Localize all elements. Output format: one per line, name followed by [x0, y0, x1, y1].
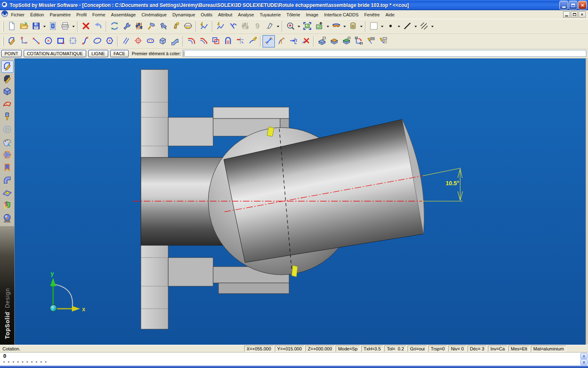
grinder-tool-button[interactable] — [182, 20, 194, 33]
menu-dition[interactable]: Édition — [27, 11, 47, 18]
menu-cin-matique[interactable]: Cinématique — [138, 11, 169, 18]
spline-handles-button[interactable] — [246, 35, 258, 47]
mdi-close-button[interactable]: × — [579, 11, 586, 18]
fillet-corner-button[interactable] — [185, 35, 197, 47]
undo-arrow-button[interactable] — [92, 20, 104, 33]
trim-extend-button[interactable] — [234, 35, 246, 47]
menu-assemblage[interactable]: Assemblage — [108, 11, 139, 18]
mode-solid-button[interactable] — [1, 86, 13, 98]
mode-sketch-button[interactable] — [1, 61, 13, 73]
command-button-face[interactable]: FACE — [110, 50, 129, 57]
viewport[interactable]: 10.5° y x z — [15, 58, 586, 345]
menu-fen-tre[interactable]: Fenêtre — [361, 11, 383, 18]
history-text[interactable]: 0 - - - - - - - - - - — [0, 352, 580, 366]
zoom-plus-button[interactable] — [284, 20, 296, 33]
bolt-section-dropdown[interactable] — [359, 20, 363, 33]
print-dropdown[interactable] — [71, 20, 76, 33]
surface-patch-button[interactable] — [169, 35, 181, 47]
view-glasses-button[interactable] — [330, 20, 342, 33]
mode-render-button[interactable] — [1, 137, 13, 149]
scroll-up-button[interactable]: ∧ — [580, 353, 588, 359]
command-button-point[interactable]: POINT — [1, 50, 22, 57]
hatch-style-button[interactable] — [418, 20, 430, 33]
sketch-contour-button[interactable] — [5, 35, 18, 47]
mdi-restore-button[interactable] — [571, 11, 578, 18]
hammer-build-button[interactable] — [145, 20, 157, 33]
angle-dimension-label[interactable]: 10.5° — [446, 180, 459, 186]
update-model-button[interactable] — [108, 20, 120, 33]
dimension-linear-button[interactable] — [263, 35, 275, 47]
bolt-section-button[interactable] — [347, 20, 359, 33]
menu-aide[interactable]: Aide — [383, 11, 397, 18]
menu-forme[interactable]: Forme — [89, 11, 108, 18]
circle-center-button[interactable] — [42, 35, 54, 47]
menu-attribut[interactable]: Attribut — [215, 11, 235, 18]
mode-sheet-flat-button[interactable] — [1, 187, 13, 200]
spline-tool-button[interactable] — [79, 35, 91, 47]
color-swatch-dropdown[interactable] — [380, 20, 384, 33]
history-scrollbar[interactable]: ∧ ∨ — [580, 352, 588, 366]
slot-profile-button[interactable] — [222, 35, 234, 47]
menu-fichier[interactable]: Fichier — [8, 11, 27, 18]
save-floppy-button[interactable] — [30, 20, 42, 33]
dimension-angle-button[interactable] — [275, 35, 287, 47]
section-view-a-button[interactable] — [316, 35, 328, 47]
point-style-button[interactable] — [384, 20, 396, 33]
mode-assembly-button[interactable] — [1, 162, 13, 174]
leader-note-button[interactable] — [365, 35, 377, 47]
cad-model-view[interactable]: 10.5° y x z — [15, 58, 586, 345]
document-properties-button[interactable]: i — [47, 20, 59, 33]
dimension-reference-button[interactable] — [287, 35, 299, 47]
boolean-shapes-button[interactable] — [209, 35, 222, 47]
menu-interface-cadds[interactable]: Interface CADDS — [321, 11, 361, 18]
face-extrude-button[interactable] — [156, 35, 169, 47]
menu-outils[interactable]: Outils — [198, 11, 215, 18]
restore-button[interactable] — [569, 1, 577, 9]
model-top-clamp-upper[interactable] — [213, 107, 289, 119]
annotate-pen-button[interactable] — [263, 20, 276, 33]
mode-pipe-button[interactable] — [1, 175, 13, 187]
mode-sheet-bend-button[interactable] — [1, 200, 13, 212]
menu-dynamique[interactable]: Dynamique — [169, 11, 198, 18]
command-input[interactable] — [183, 50, 586, 57]
mode-surface-button[interactable] — [1, 99, 13, 111]
measure-check-button[interactable] — [227, 20, 239, 33]
section-view-b-button[interactable] — [328, 35, 340, 47]
menu-analyse[interactable]: Analyse — [235, 11, 257, 18]
frame-tool-button[interactable] — [67, 35, 79, 47]
mode-camera-button[interactable] — [1, 213, 13, 225]
open-folder-button[interactable] — [18, 20, 30, 33]
fastener-small-button[interactable] — [169, 20, 182, 33]
line-style-dropdown[interactable] — [413, 20, 418, 33]
toolbar-grip[interactable] — [2, 22, 4, 31]
new-document-button[interactable] — [5, 20, 18, 33]
menu-profil[interactable]: Profil — [74, 11, 89, 18]
annotate-pen-dropdown[interactable] — [276, 20, 280, 33]
curve-edit-button[interactable] — [214, 20, 227, 33]
command-button-cotation-automatique[interactable]: COTATION AUTOMATIQUE — [24, 50, 86, 57]
point-target-button[interactable] — [132, 35, 144, 47]
model-pin-bottom[interactable] — [292, 265, 298, 277]
menu-param-tre[interactable]: Paramètre — [47, 11, 74, 18]
line-two-points-button[interactable] — [30, 35, 42, 47]
print-button[interactable] — [59, 20, 71, 33]
axis-callout-button[interactable] — [352, 35, 365, 47]
color-swatch-button[interactable] — [368, 20, 380, 33]
mode-pattern-button[interactable] — [1, 124, 13, 136]
mode-drill-button[interactable] — [1, 111, 13, 123]
model-bottom-bracket[interactable] — [168, 258, 213, 286]
slot-obround-button[interactable] — [144, 35, 156, 47]
curve-point-zero-button[interactable]: 0 — [198, 20, 210, 33]
line-style-button[interactable] — [401, 20, 413, 33]
model-bottom-clamp-lower[interactable] — [218, 283, 289, 294]
model-top-bracket[interactable] — [168, 117, 213, 146]
mode-curve3d-button[interactable] — [1, 73, 13, 85]
polygon-tool-button[interactable] — [103, 35, 116, 47]
leader-list-button[interactable] — [377, 35, 389, 47]
menu-tuyauterie[interactable]: Tuyauterie — [257, 11, 284, 18]
delete-cross-button[interactable] — [80, 20, 92, 33]
toolbar-grip[interactable] — [2, 36, 4, 46]
chamfer-corner-button[interactable] — [197, 35, 209, 47]
mdi-minimize-button[interactable] — [563, 11, 570, 18]
view-capture-dropdown[interactable] — [325, 20, 330, 33]
